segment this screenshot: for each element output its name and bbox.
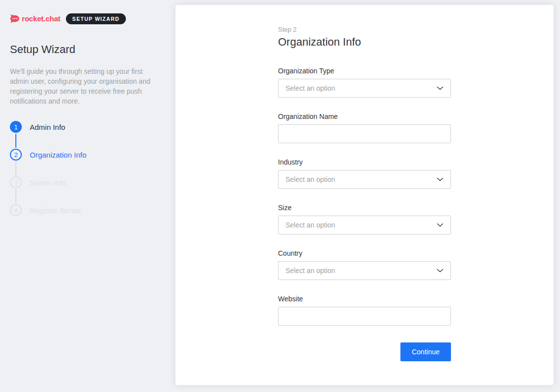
form-actions: Continue xyxy=(278,342,451,361)
continue-button[interactable]: Continue xyxy=(400,342,451,361)
size-select[interactable]: Select an option xyxy=(278,216,451,234)
setup-wizard-page: rocket.chat SETUP WIZARD Setup Wizard We… xyxy=(0,0,560,392)
wizard-description: We'll guide you through setting up your … xyxy=(10,66,160,106)
step-number-badge: 2 xyxy=(10,149,22,161)
field-group-organization-type: Organization Type Select an option xyxy=(278,67,451,98)
select-placeholder: Select an option xyxy=(285,175,335,183)
field-group-industry: Industry Select an option xyxy=(278,158,451,189)
organization-name-label: Organization Name xyxy=(278,112,451,121)
select-placeholder: Select an option xyxy=(285,267,335,275)
step-item-admin-info: 1 Admin Info xyxy=(10,121,86,133)
step-item-register-server: 4 Register Server xyxy=(10,204,86,216)
step-label: Admin Info xyxy=(30,123,65,131)
step-label: Register Server xyxy=(30,206,81,215)
step-indicator: Step 2 xyxy=(278,26,451,33)
select-placeholder: Select an option xyxy=(285,84,335,92)
organization-name-input[interactable] xyxy=(278,124,451,143)
organization-type-select[interactable]: Select an option xyxy=(278,79,451,98)
setup-wizard-badge: SETUP WIZARD xyxy=(66,13,126,24)
industry-select[interactable]: Select an option xyxy=(278,170,451,189)
field-group-country: Country Select an option xyxy=(278,249,451,280)
field-group-size: Size Select an option xyxy=(278,204,451,234)
page-title: Setup Wizard xyxy=(10,43,75,56)
organization-info-form: Step 2 Organization Info Organization Ty… xyxy=(278,5,451,361)
rocketchat-bubble-icon xyxy=(10,14,19,23)
logo-wordmark: rocket.chat xyxy=(22,14,60,23)
step-number-badge: 3 xyxy=(10,176,22,188)
country-select[interactable]: Select an option xyxy=(278,261,451,280)
step-item-server-info: 3 Server Info xyxy=(10,176,86,188)
form-title: Organization Info xyxy=(278,35,451,49)
chevron-down-icon xyxy=(437,86,444,90)
chevron-down-icon xyxy=(437,223,444,227)
sidebar: rocket.chat SETUP WIZARD Setup Wizard We… xyxy=(0,0,175,392)
select-placeholder: Select an option xyxy=(285,221,335,229)
logo-row: rocket.chat SETUP WIZARD xyxy=(10,13,126,24)
chevron-down-icon xyxy=(437,269,444,273)
step-number-badge: 4 xyxy=(10,204,22,216)
wizard-card: Step 2 Organization Info Organization Ty… xyxy=(175,5,554,385)
industry-label: Industry xyxy=(278,158,451,167)
website-label: Website xyxy=(278,295,451,303)
step-item-organization-info: 2 Organization Info xyxy=(10,149,86,161)
country-label: Country xyxy=(278,249,451,258)
step-label: Organization Info xyxy=(30,151,86,159)
step-label: Server Info xyxy=(30,178,66,187)
size-label: Size xyxy=(278,204,451,212)
organization-type-label: Organization Type xyxy=(278,67,451,75)
field-group-website: Website xyxy=(278,295,451,326)
rocketchat-logo: rocket.chat xyxy=(10,14,60,23)
step-number-badge: 1 xyxy=(10,121,22,133)
chevron-down-icon xyxy=(437,177,444,181)
wizard-steps: 1 Admin Info 2 Organization Info 3 Serve… xyxy=(10,121,86,232)
website-input[interactable] xyxy=(278,307,451,326)
field-group-organization-name: Organization Name xyxy=(278,112,451,143)
